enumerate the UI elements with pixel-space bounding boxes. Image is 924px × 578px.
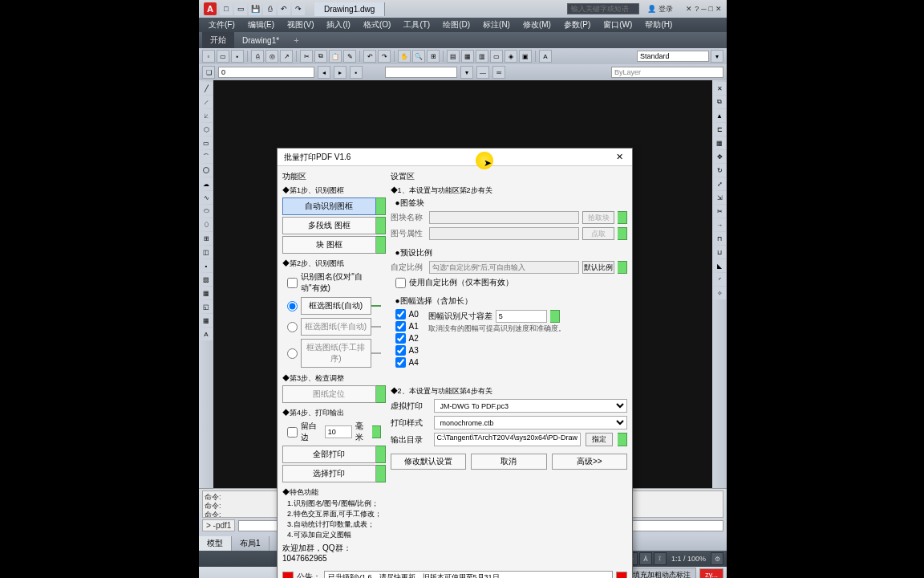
auto-frame-go[interactable] bbox=[376, 197, 386, 215]
print-all-button[interactable]: 全部打印 bbox=[282, 446, 376, 463]
open-file-icon[interactable]: ▭ bbox=[217, 50, 229, 63]
pline-frame-go[interactable] bbox=[376, 217, 386, 234]
layer-iso-icon[interactable]: ▪ bbox=[350, 66, 363, 79]
gradient-icon[interactable]: ▦ bbox=[200, 287, 213, 299]
dialog-titlebar[interactable]: 批量打印PDF V1.6 ✕ bbox=[278, 149, 632, 166]
new-tab-button[interactable]: + bbox=[287, 34, 305, 47]
open-icon[interactable]: ▭ bbox=[234, 2, 247, 15]
menu-draw[interactable]: 绘图(D) bbox=[436, 18, 476, 32]
erase-icon[interactable]: ✕ bbox=[713, 82, 726, 95]
spline-icon[interactable]: ∿ bbox=[200, 191, 213, 204]
stretch-icon[interactable]: ⇲ bbox=[713, 191, 726, 204]
redo-icon[interactable]: ↷ bbox=[292, 2, 305, 15]
ellipse-icon[interactable]: ⬭ bbox=[200, 205, 213, 218]
arc-icon[interactable]: ⌒ bbox=[200, 150, 213, 163]
block-name-input[interactable] bbox=[429, 211, 579, 224]
exchange-icon[interactable]: ✕ bbox=[686, 5, 692, 13]
color-select[interactable] bbox=[385, 67, 457, 78]
copy-mod-icon[interactable]: ⧉ bbox=[713, 96, 726, 108]
ribbon-start[interactable]: 开始 bbox=[202, 32, 234, 48]
pline-frame-button[interactable]: 多段线 图框 bbox=[282, 217, 376, 234]
pstyle-select[interactable]: monochrome.ctb bbox=[434, 416, 627, 429]
xline-icon[interactable]: ⟋ bbox=[200, 96, 213, 108]
click-block-go[interactable] bbox=[618, 227, 627, 240]
select-auto-button[interactable]: 框选图纸(自动) bbox=[301, 297, 371, 315]
redo-tb-icon[interactable]: ↷ bbox=[378, 50, 391, 63]
color-menu-icon[interactable]: ▾ bbox=[460, 66, 473, 79]
menu-edit[interactable]: 编辑(E) bbox=[241, 18, 281, 32]
zoom-icon[interactable]: 🔍 bbox=[412, 50, 425, 63]
margin-input[interactable] bbox=[325, 425, 352, 438]
ann-icon[interactable]: Å bbox=[639, 552, 652, 565]
file-tab[interactable]: Drawing1.dwg bbox=[314, 2, 385, 16]
layer-prev-icon[interactable]: ◂ bbox=[318, 66, 330, 79]
gear-icon[interactable]: ⚙ bbox=[711, 552, 723, 565]
menu-help[interactable]: 帮助(H) bbox=[638, 18, 679, 32]
menu-tools[interactable]: 工具(T) bbox=[397, 18, 436, 32]
taskbar-zy[interactable]: zy... bbox=[699, 568, 723, 578]
match-icon[interactable]: ✎ bbox=[343, 50, 356, 63]
locate-go[interactable] bbox=[376, 385, 386, 403]
table-icon[interactable]: ▦ bbox=[200, 314, 213, 327]
block-frame-go[interactable] bbox=[376, 236, 386, 254]
help-icon[interactable]: ? bbox=[695, 5, 699, 13]
array-icon[interactable]: ▦ bbox=[713, 136, 726, 149]
undo-tb-icon[interactable]: ↶ bbox=[363, 50, 376, 63]
tool-pal-icon[interactable]: ▥ bbox=[476, 50, 488, 63]
menu-window[interactable]: 窗口(W) bbox=[597, 18, 638, 32]
mtext-icon[interactable]: A bbox=[200, 328, 213, 340]
insert-block-icon[interactable]: ⊞ bbox=[200, 232, 213, 245]
undo-icon[interactable]: ↶ bbox=[278, 2, 290, 15]
circle-icon[interactable] bbox=[200, 164, 213, 177]
move-icon[interactable]: ✥ bbox=[713, 150, 726, 163]
login-icon[interactable]: 👤 bbox=[647, 5, 656, 13]
scale-icon[interactable]: ⟟ bbox=[654, 552, 667, 565]
tolerance-input[interactable] bbox=[496, 310, 547, 323]
polygon-icon[interactable]: ⬡ bbox=[200, 123, 213, 136]
login-link[interactable]: 登录 bbox=[659, 4, 673, 14]
new-file-icon[interactable]: ▫ bbox=[202, 50, 215, 63]
point-icon[interactable]: • bbox=[200, 259, 213, 272]
trim-icon[interactable]: ✂ bbox=[713, 205, 726, 218]
hatch-icon[interactable]: ▨ bbox=[200, 273, 213, 286]
menu-format[interactable]: 格式(O) bbox=[357, 18, 397, 32]
print-button-icon[interactable]: ⎙ bbox=[251, 50, 264, 63]
search-input[interactable] bbox=[567, 3, 639, 14]
block-num-input[interactable] bbox=[429, 227, 579, 240]
new-icon[interactable]: □ bbox=[220, 2, 233, 15]
menu-param[interactable]: 参数(P) bbox=[557, 18, 597, 32]
save-icon[interactable]: 💾 bbox=[249, 2, 261, 15]
radio-semi[interactable] bbox=[287, 322, 298, 332]
quick-calc-icon[interactable]: ▣ bbox=[519, 50, 532, 63]
markup-icon[interactable]: ◈ bbox=[505, 50, 517, 63]
radio-auto[interactable] bbox=[287, 301, 298, 311]
print-sel-go[interactable] bbox=[376, 465, 386, 482]
ltype-icon[interactable]: — bbox=[476, 66, 489, 79]
print-icon[interactable]: ⎙ bbox=[263, 2, 276, 15]
radio-manual[interactable] bbox=[287, 348, 298, 359]
mirror-icon[interactable]: ▲ bbox=[713, 109, 726, 122]
menu-modify[interactable]: 修改(M) bbox=[517, 18, 557, 32]
default-scale-button[interactable]: 默认比例 bbox=[582, 261, 614, 274]
menu-file[interactable]: 文件(F) bbox=[202, 18, 241, 32]
line-icon[interactable]: ╱ bbox=[200, 82, 213, 95]
select-semi-button[interactable]: 框选图纸(半自动) bbox=[301, 318, 371, 336]
modify-defaults-button[interactable]: 修改默认设置 bbox=[391, 454, 466, 470]
join-icon[interactable]: ⊔ bbox=[713, 246, 726, 258]
explode-icon[interactable]: ✧ bbox=[713, 287, 726, 299]
pline-icon[interactable]: ⟀ bbox=[200, 109, 213, 122]
break-icon[interactable]: ⊓ bbox=[713, 232, 726, 245]
paper-a1[interactable] bbox=[395, 321, 406, 332]
make-block-icon[interactable]: ◫ bbox=[200, 246, 213, 258]
specify-button[interactable]: 指定 bbox=[586, 433, 613, 446]
publish-icon[interactable]: ↗ bbox=[280, 50, 293, 63]
margin-checkbox[interactable] bbox=[287, 427, 298, 438]
default-scale-go[interactable] bbox=[618, 261, 627, 274]
layout1-tab[interactable]: 布局1 bbox=[232, 536, 270, 551]
specify-go[interactable] bbox=[618, 433, 627, 446]
layer-next-icon[interactable]: ▸ bbox=[334, 66, 346, 79]
region-icon[interactable]: ◱ bbox=[200, 300, 213, 313]
paper-a0[interactable] bbox=[395, 309, 406, 320]
sheet-icon[interactable]: ▭ bbox=[490, 50, 503, 63]
extend-icon[interactable]: → bbox=[713, 218, 726, 231]
